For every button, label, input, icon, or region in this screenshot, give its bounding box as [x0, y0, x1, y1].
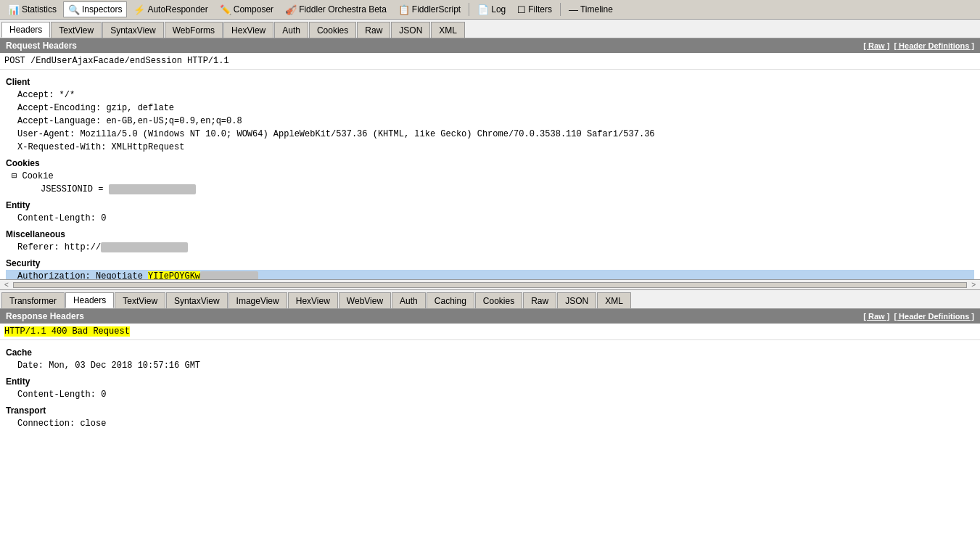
response-header-connection: Connection: close [6, 417, 974, 430]
response-header-content-length: Content-Length: 0 [6, 388, 974, 401]
response-tab-json[interactable]: JSON [557, 292, 596, 308]
request-tab-syntaxview[interactable]: SyntaxView [102, 22, 163, 38]
request-header-links: [ Raw ] [ Header Definitions ] [863, 41, 974, 50]
response-section-header: Response Headers [ Raw ] [ Header Defini… [0, 309, 980, 324]
request-tab-auth[interactable]: Auth [274, 22, 308, 38]
inspectors-icon: 🔍 [68, 4, 80, 15]
response-status-highlight: HTTP/1.1 400 Bad Request [4, 326, 130, 337]
request-scrollbar[interactable]: < > [0, 279, 980, 289]
request-headers-panel: Request Headers [ Raw ] [ Header Definit… [0, 38, 980, 289]
response-group-transport-title: Transport [6, 404, 974, 417]
response-raw-link[interactable]: [ Raw ] [863, 312, 889, 321]
log-icon: 📄 [477, 4, 489, 15]
header-accept: Accept: */* [6, 88, 974, 102]
header-x-requested-with: X-Requested-With: XMLHttpRequest [6, 141, 974, 154]
response-headers-scroll[interactable]: Cache Date: Mon, 03 Dec 2018 10:57:16 GM… [0, 340, 980, 560]
fiddler-orchestra-icon: 🎻 [285, 4, 297, 15]
header-cookie-collapse: ⊟ Cookie [6, 170, 974, 183]
response-headers-panel: Response Headers [ Raw ] [ Header Defini… [0, 309, 980, 560]
header-authorization: Authorization: Negotiate YIIePQYGKw [6, 270, 974, 279]
toolbar-composer-label: Composer [234, 4, 273, 15]
response-group-entity-title: Entity [6, 375, 974, 388]
request-tab-hexview[interactable]: HexView [223, 22, 273, 38]
response-status-line: HTTP/1.1 400 Bad Request [0, 324, 980, 340]
toolbar-timeline[interactable]: — Timeline [564, 1, 618, 17]
toolbar-inspectors[interactable]: 🔍 Inspectors [63, 1, 127, 17]
request-section-title: Request Headers [6, 41, 77, 51]
response-tab-auth[interactable]: Auth [392, 292, 426, 308]
group-entity-title: Entity [6, 199, 974, 212]
request-tab-cookies[interactable]: Cookies [309, 22, 356, 38]
response-tab-bar: Transformer Headers TextView SyntaxView … [0, 290, 980, 309]
response-tab-headers[interactable]: Headers [65, 292, 114, 308]
response-tab-cookies[interactable]: Cookies [475, 292, 522, 308]
response-tab-webview[interactable]: WebView [339, 292, 391, 308]
toolbar-log-label: Log [491, 4, 506, 15]
referer-blurred [101, 242, 188, 252]
response-tab-xml[interactable]: XML [597, 292, 631, 308]
header-referer: Referer: http:// [6, 241, 974, 254]
toolbar-fiddlerscript[interactable]: 📋 FiddlerScript [393, 1, 466, 17]
toolbar-log[interactable]: 📄 Log [472, 1, 511, 17]
toolbar-autoresponder[interactable]: ⚡ AutoResponder [128, 1, 213, 17]
request-headers-scroll[interactable]: Client Accept: */* Accept-Encoding: gzip… [0, 70, 980, 279]
statistics-icon: 📊 [8, 4, 20, 15]
request-section: Headers TextView SyntaxView WebForms Hex… [0, 20, 980, 290]
toolbar-statistics[interactable]: 📊 Statistics [3, 1, 62, 17]
request-headers-content: Client Accept: */* Accept-Encoding: gzip… [0, 70, 980, 279]
request-tab-xml[interactable]: XML [431, 22, 465, 38]
jsessionid-blurred [109, 184, 196, 194]
toolbar-statistics-label: Statistics [22, 4, 57, 15]
autoresponder-icon: ⚡ [133, 4, 145, 15]
scroll-track[interactable] [13, 282, 967, 288]
header-content-length: Content-Length: 0 [6, 212, 974, 225]
response-section: Transformer Headers TextView SyntaxView … [0, 290, 980, 560]
response-tab-syntaxview[interactable]: SyntaxView [166, 292, 227, 308]
request-tab-textview[interactable]: TextView [51, 22, 102, 38]
toolbar-fiddler-orchestra[interactable]: 🎻 Fiddler Orchestra Beta [280, 1, 392, 17]
request-line: POST /EndUserAjaxFacade/endSession HTTP/… [0, 53, 980, 70]
response-tab-textview[interactable]: TextView [115, 292, 165, 308]
toolbar-composer[interactable]: ✏️ Composer [215, 1, 279, 17]
toolbar-separator-1 [469, 3, 469, 16]
response-tab-raw[interactable]: Raw [523, 292, 556, 308]
timeline-icon: — [569, 4, 578, 15]
scroll-left-icon[interactable]: < [1, 281, 12, 289]
fiddlerscript-icon: 📋 [398, 4, 410, 15]
toolbar: 📊 Statistics 🔍 Inspectors ⚡ AutoResponde… [0, 0, 980, 20]
main-panel: Headers TextView SyntaxView WebForms Hex… [0, 20, 980, 560]
auth-blurred [200, 271, 258, 279]
header-user-agent: User-Agent: Mozilla/5.0 (Windows NT 10.0… [6, 128, 974, 141]
composer-icon: ✏️ [220, 4, 231, 15]
auth-highlight: YIIePQYGKw [148, 271, 200, 279]
response-header-defs-link[interactable]: [ Header Definitions ] [894, 312, 974, 321]
header-accept-language: Accept-Language: en-GB,en-US;q=0.9,en;q=… [6, 115, 974, 128]
request-header-defs-link[interactable]: [ Header Definitions ] [894, 41, 974, 50]
group-cookies-title: Cookies [6, 157, 974, 170]
toolbar-separator-2 [560, 3, 561, 16]
response-group-cache-title: Cache [6, 346, 974, 359]
scroll-right-icon[interactable]: > [968, 281, 979, 289]
response-tab-transformer[interactable]: Transformer [1, 292, 65, 308]
toolbar-inspectors-label: Inspectors [82, 4, 122, 15]
response-headers-content: Cache Date: Mon, 03 Dec 2018 10:57:16 GM… [0, 340, 980, 433]
toolbar-timeline-label: Timeline [580, 4, 613, 15]
group-miscellaneous-title: Miscellaneous [6, 228, 974, 241]
request-tab-webforms[interactable]: WebForms [165, 22, 223, 38]
response-tab-caching[interactable]: Caching [427, 292, 474, 308]
response-section-title: Response Headers [6, 311, 84, 321]
request-tab-json[interactable]: JSON [391, 22, 430, 38]
toolbar-filters[interactable]: ☐ Filters [512, 1, 557, 17]
request-tab-headers[interactable]: Headers [1, 22, 50, 38]
request-raw-link[interactable]: [ Raw ] [863, 41, 889, 50]
header-accept-encoding: Accept-Encoding: gzip, deflate [6, 102, 974, 115]
response-header-links: [ Raw ] [ Header Definitions ] [863, 312, 974, 321]
request-tab-raw[interactable]: Raw [357, 22, 390, 38]
response-tab-hexview[interactable]: HexView [288, 292, 338, 308]
filters-icon: ☐ [517, 4, 526, 15]
header-jsessionid: JSESSIONID = [6, 183, 974, 196]
toolbar-fiddlerscript-label: FiddlerScript [412, 4, 461, 15]
response-tab-imageview[interactable]: ImageView [228, 292, 287, 308]
request-tab-bar: Headers TextView SyntaxView WebForms Hex… [0, 20, 980, 38]
response-header-date: Date: Mon, 03 Dec 2018 10:57:16 GMT [6, 359, 974, 372]
